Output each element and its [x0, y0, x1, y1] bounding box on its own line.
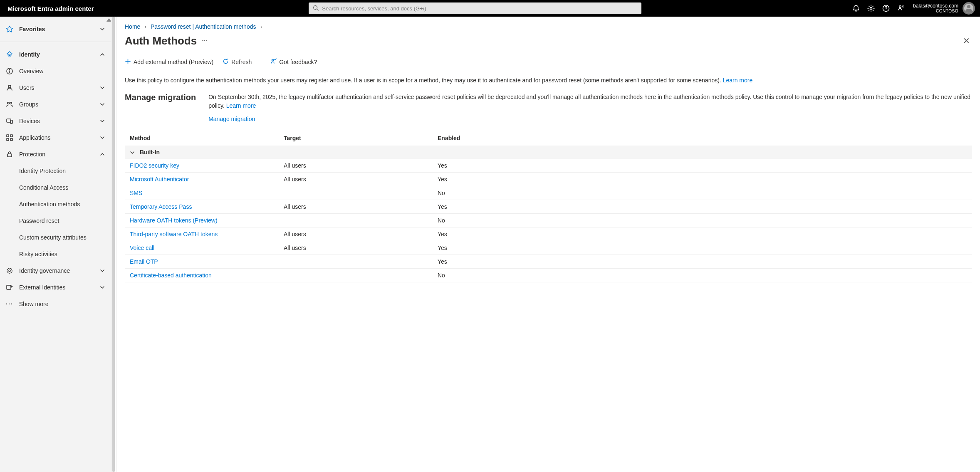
method-link[interactable]: Microsoft Authenticator	[130, 176, 189, 183]
toolbar-divider	[261, 58, 261, 66]
table-row[interactable]: Temporary Access PassAll usersYes	[125, 200, 972, 214]
table-row[interactable]: Certificate-based authenticationNo	[125, 269, 972, 282]
sidebar-item-devices[interactable]: Devices	[0, 113, 111, 129]
svg-point-27	[272, 59, 274, 61]
target-cell: All users	[279, 200, 433, 214]
resize-handle[interactable]	[111, 17, 116, 472]
table-row[interactable]: Email OTPYes	[125, 255, 972, 269]
migration-text: On September 30th, 2025, the legacy mult…	[208, 93, 972, 123]
table-row[interactable]: Third-party software OATH tokensAll user…	[125, 227, 972, 241]
target-cell	[279, 255, 433, 269]
col-header-method: Method	[125, 131, 279, 146]
search-icon	[313, 5, 322, 12]
sidebar-sub-identity-protection[interactable]: Identity Protection	[0, 163, 111, 179]
sidebar-sub-conditional-access[interactable]: Conditional Access	[0, 179, 111, 196]
target-cell	[279, 269, 433, 282]
governance-icon	[6, 267, 13, 274]
sidebar-sub-auth-methods[interactable]: Authentication methods	[0, 196, 111, 213]
top-bar: Microsoft Entra admin center balas@conto…	[0, 0, 980, 17]
target-cell	[279, 214, 433, 227]
method-link[interactable]: Hardware OATH tokens (Preview)	[130, 217, 218, 224]
methods-table: Method Target Enabled Built-In FIDO2 sec…	[125, 131, 972, 282]
sidebar-favorites[interactable]: Favorites	[0, 21, 111, 37]
breadcrumb-pwdreset[interactable]: Password reset | Authentication methods	[151, 23, 256, 30]
sidebar-collapse-handle[interactable]	[106, 18, 111, 22]
global-search[interactable]	[309, 2, 641, 14]
brand-title: Microsoft Entra admin center	[7, 5, 94, 12]
user-icon	[6, 84, 13, 91]
method-link[interactable]: SMS	[130, 190, 142, 196]
method-link[interactable]: FIDO2 security key	[130, 162, 179, 169]
sidebar-item-users[interactable]: Users	[0, 79, 111, 96]
page-title: Auth Methods ···	[125, 35, 208, 47]
svg-rect-24	[7, 285, 11, 289]
page-title-more-icon[interactable]: ···	[202, 37, 207, 44]
chevron-down-icon	[99, 118, 105, 124]
migration-learn-more-link[interactable]: Learn more	[226, 102, 256, 109]
method-link[interactable]: Email OTP	[130, 258, 158, 265]
feedback-person-icon	[270, 58, 277, 66]
sidebar-item-external-identities[interactable]: External Identities	[0, 279, 111, 296]
star-icon	[6, 25, 13, 33]
table-row[interactable]: Microsoft AuthenticatorAll usersYes	[125, 173, 972, 186]
method-link[interactable]: Certificate-based authentication	[130, 272, 212, 279]
help-icon[interactable]	[882, 5, 890, 12]
close-button[interactable]: ✕	[961, 34, 972, 47]
refresh-button[interactable]: Refresh	[223, 58, 252, 66]
ellipsis-icon: ···	[6, 301, 13, 307]
table-row[interactable]: Voice callAll usersYes	[125, 241, 972, 255]
sidebar: Favorites Identity Overview Users	[0, 17, 111, 472]
target-cell: All users	[279, 173, 433, 186]
method-link[interactable]: Third-party software OATH tokens	[130, 231, 218, 237]
svg-marker-7	[7, 52, 12, 56]
manage-migration-link[interactable]: Manage migration	[208, 115, 255, 123]
svg-rect-21	[7, 154, 12, 157]
method-link[interactable]: Temporary Access Pass	[130, 203, 192, 210]
sidebar-show-more[interactable]: ··· Show more	[0, 296, 111, 312]
feedback-button[interactable]: Got feedback?	[270, 58, 317, 66]
chevron-up-icon	[99, 151, 105, 157]
chevron-up-icon	[99, 52, 105, 57]
table-row[interactable]: Hardware OATH tokens (Preview)No	[125, 214, 972, 227]
breadcrumb: Home › Password reset | Authentication m…	[125, 23, 972, 30]
sidebar-item-groups[interactable]: Groups	[0, 96, 111, 113]
col-header-target: Target	[279, 131, 433, 146]
sidebar-sub-custom-security[interactable]: Custom security attributes	[0, 229, 111, 246]
target-cell	[279, 186, 433, 200]
enabled-cell: Yes	[433, 159, 972, 173]
enabled-cell: Yes	[433, 173, 972, 186]
apps-icon	[6, 134, 13, 141]
method-link[interactable]: Voice call	[130, 245, 154, 251]
info-icon	[6, 67, 13, 75]
target-cell: All users	[279, 241, 433, 255]
add-external-method-button[interactable]: Add external method (Preview)	[125, 58, 213, 66]
sidebar-item-overview[interactable]: Overview	[0, 63, 111, 79]
enabled-cell: No	[433, 186, 972, 200]
sidebar-identity[interactable]: Identity	[0, 46, 111, 63]
account-button[interactable]: balas@contoso.com CONTOSO	[913, 2, 975, 15]
refresh-icon	[223, 58, 229, 66]
table-row[interactable]: SMSNo	[125, 186, 972, 200]
group-row-builtin[interactable]: Built-In	[125, 146, 972, 159]
enabled-cell: No	[433, 269, 972, 282]
sidebar-item-applications[interactable]: Applications	[0, 129, 111, 146]
toolbar: Add external method (Preview) Refresh Go…	[125, 54, 972, 71]
identity-icon	[6, 51, 13, 58]
external-id-icon	[6, 284, 13, 291]
sidebar-item-identity-governance[interactable]: Identity governance	[0, 262, 111, 279]
feedback-icon[interactable]	[897, 5, 905, 12]
sidebar-sub-risky-activities[interactable]: Risky activities	[0, 246, 111, 262]
sidebar-item-protection[interactable]: Protection	[0, 146, 111, 163]
svg-rect-20	[10, 138, 12, 141]
search-input[interactable]	[322, 5, 637, 12]
settings-icon[interactable]	[867, 5, 875, 12]
main-content: Home › Password reset | Authentication m…	[116, 17, 980, 472]
enabled-cell: Yes	[433, 200, 972, 214]
breadcrumb-home[interactable]: Home	[125, 23, 140, 30]
devices-icon	[6, 117, 13, 125]
notifications-icon[interactable]	[852, 5, 860, 12]
sidebar-sub-password-reset[interactable]: Password reset	[0, 213, 111, 229]
col-header-enabled: Enabled	[433, 131, 972, 146]
description-learn-more-link[interactable]: Learn more	[723, 77, 753, 84]
table-row[interactable]: FIDO2 security keyAll usersYes	[125, 159, 972, 173]
